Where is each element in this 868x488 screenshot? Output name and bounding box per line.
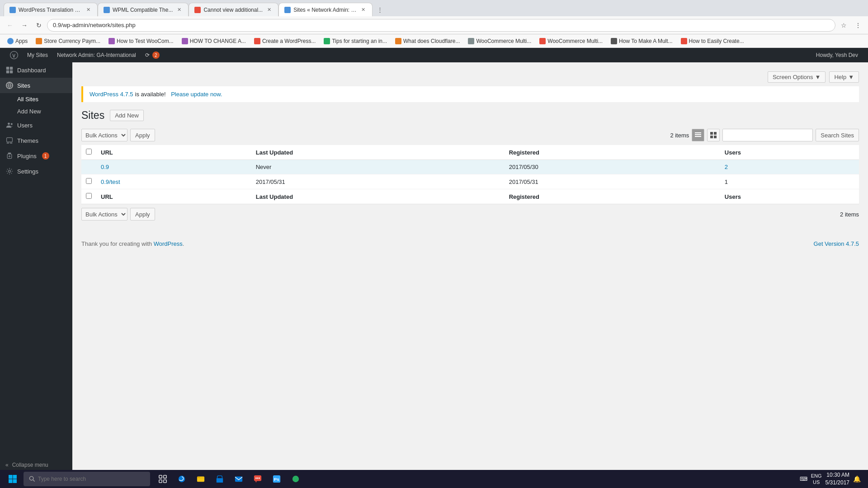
help-button[interactable]: Help ▼: [829, 71, 859, 83]
taskbar-ps-button[interactable]: Ps: [268, 470, 286, 472]
bookmark-8[interactable]: WooCommerce Multi...: [536, 37, 606, 45]
footer-wordpress-link[interactable]: WordPress: [154, 240, 183, 247]
last-updated-footer-sort[interactable]: Last Updated: [256, 193, 293, 200]
sidebar-subitem-add-new[interactable]: Add New: [0, 105, 72, 117]
apply-button-bottom[interactable]: Apply: [130, 208, 155, 221]
bookmark-6[interactable]: What does Cloudflare...: [392, 37, 463, 45]
reload-button[interactable]: ↻: [33, 19, 45, 32]
bookmark-label-7: WooCommerce Multi...: [476, 38, 531, 44]
taskbar-right: ⌨ ENG US 10:30 AM 5/31/2017 🔔: [800, 471, 864, 472]
taskbar-extra-button[interactable]: [287, 470, 305, 472]
row2-checkbox[interactable]: [86, 178, 92, 184]
bookmark-7[interactable]: WooCommerce Multi...: [464, 37, 535, 45]
bookmark-label-5: Tips for starting an in...: [332, 38, 387, 44]
row2-url-link[interactable]: 0.9/test: [101, 178, 120, 185]
all-sites-label: All Sites: [17, 96, 38, 103]
wp-logo-icon: [10, 51, 18, 59]
menu-button[interactable]: ⋮: [852, 19, 864, 32]
apply-button-top[interactable]: Apply: [130, 129, 155, 141]
select-all-footer-checkbox[interactable]: [86, 193, 92, 199]
row2-cb: [81, 174, 96, 189]
wp-logo-item[interactable]: [5, 48, 23, 62]
themes-label: Themes: [17, 137, 38, 144]
url-column-sort[interactable]: URL: [101, 149, 113, 156]
network-admin-item[interactable]: Network Admin: GA-International: [52, 48, 141, 62]
address-bar[interactable]: [47, 19, 835, 32]
sidebar-subitem-all-sites[interactable]: All Sites: [0, 93, 72, 105]
plugins-icon: [5, 152, 14, 160]
wordpress-version-link[interactable]: WordPress 4.7.5: [90, 91, 133, 98]
bookmark-1[interactable]: Store Currency Paym...: [32, 37, 104, 45]
sidebar-item-dashboard[interactable]: Dashboard: [0, 62, 72, 78]
topbar-right: Howdy, Yesh Dev: [811, 52, 863, 58]
sidebar-item-sites[interactable]: Sites: [0, 78, 72, 93]
bookmark-9[interactable]: How To Make A Mult...: [607, 37, 676, 45]
row1-users-link[interactable]: 2: [725, 164, 728, 170]
users-column-sort[interactable]: Users: [725, 149, 741, 156]
search-sites-button[interactable]: Search Sites: [816, 129, 859, 141]
url-footer-sort[interactable]: URL: [101, 193, 113, 200]
please-update-link[interactable]: Please update now.: [171, 91, 222, 98]
browser-tab-2[interactable]: WPML Compatible The... ✕: [98, 3, 189, 16]
bulk-actions-select-top[interactable]: Bulk Actions Delete: [81, 129, 127, 141]
bookmark-5[interactable]: Tips for starting an in...: [320, 37, 391, 45]
items-count-top: 2 items: [670, 132, 689, 139]
users-footer-sort[interactable]: Users: [725, 193, 741, 200]
tab-close-3[interactable]: ✕: [265, 6, 273, 14]
wp-admin: My Sites Network Admin: GA-International…: [0, 48, 868, 472]
sidebar-item-users[interactable]: Users: [0, 117, 72, 133]
updates-item[interactable]: ⟳ 2: [141, 48, 164, 62]
forward-button[interactable]: →: [18, 19, 31, 32]
screen-options-arrow-icon: ▼: [815, 74, 821, 80]
row1-url-link[interactable]: 0.9: [101, 164, 109, 170]
page-heading: Sites Add New: [81, 109, 859, 122]
bookmark-star-button[interactable]: ☆: [837, 19, 850, 32]
browser-chrome: WordPress Translation pl... ✕ WPML Compa…: [0, 0, 868, 472]
bookmark-3[interactable]: HOW TO CHANGE A...: [178, 37, 250, 45]
browser-tab-1[interactable]: WordPress Translation pl... ✕: [4, 3, 98, 16]
taskbar-email-button[interactable]: [230, 470, 248, 472]
svg-point-6: [11, 123, 13, 125]
col-header-users: Users: [720, 145, 859, 160]
add-new-button[interactable]: Add New: [110, 110, 144, 121]
search-sites-input[interactable]: [722, 129, 813, 141]
taskbar-chat-button[interactable]: [249, 470, 267, 472]
taskbar-edge-button[interactable]: [173, 470, 191, 472]
browser-tabs-bar: WordPress Translation pl... ✕ WPML Compa…: [0, 0, 868, 16]
tab-close-1[interactable]: ✕: [85, 6, 92, 14]
table-row: 0.9/test 2017/05/31 2017/05/31 1: [81, 174, 859, 189]
taskbar-explorer-button[interactable]: [192, 470, 210, 472]
bookmark-2[interactable]: How to Test WooCom...: [105, 37, 177, 45]
list-view-button[interactable]: [692, 129, 704, 141]
last-updated-column-sort[interactable]: Last Updated: [256, 149, 293, 156]
bulk-actions-select-bottom[interactable]: Bulk Actions Delete: [81, 208, 127, 221]
registered-column-sort[interactable]: Registered: [509, 149, 539, 156]
table-controls-top: Bulk Actions Delete Apply 2 items Sea: [81, 129, 859, 141]
sidebar-item-themes[interactable]: Themes: [0, 133, 72, 148]
tab-close-4[interactable]: ✕: [359, 6, 367, 14]
bookmark-10[interactable]: How to Easily Create...: [677, 37, 748, 45]
tab-close-2[interactable]: ✕: [175, 6, 183, 14]
select-all-checkbox[interactable]: [86, 149, 92, 155]
taskbar-store-button[interactable]: [211, 470, 229, 472]
browser-nav: ← → ↻ ☆ ⋮: [0, 16, 868, 34]
taskbar-start-button[interactable]: [4, 470, 22, 472]
bookmark-apps[interactable]: Apps: [4, 37, 31, 45]
sidebar-item-settings[interactable]: Settings: [0, 164, 72, 179]
footer-version-link[interactable]: Get Version 4.7.5: [814, 240, 859, 247]
tab-overflow[interactable]: ⋮: [373, 3, 387, 16]
screen-options-button[interactable]: Screen Options ▼: [768, 71, 826, 83]
my-sites-item[interactable]: My Sites: [23, 48, 52, 62]
registered-footer-sort[interactable]: Registered: [509, 193, 539, 200]
back-button[interactable]: ←: [4, 19, 16, 32]
bookmark-4[interactable]: Create a WordPress...: [250, 37, 320, 45]
browser-tab-3[interactable]: Cannot view additional... ✕: [189, 3, 278, 16]
sidebar-item-plugins[interactable]: Plugins 1: [0, 148, 72, 164]
taskbar-time: 10:30 AM: [826, 471, 849, 472]
update-notice: WordPress 4.7.5 is available! Please upd…: [81, 86, 859, 102]
grid-view-button[interactable]: [707, 129, 720, 141]
taskbar-task-view-button[interactable]: [154, 470, 172, 472]
browser-tab-4[interactable]: Sites « Network Admin: C... ✕: [278, 3, 373, 16]
footer-thank-you: Thank you for creating with WordPress.: [81, 240, 184, 247]
svg-rect-17: [695, 136, 701, 137]
